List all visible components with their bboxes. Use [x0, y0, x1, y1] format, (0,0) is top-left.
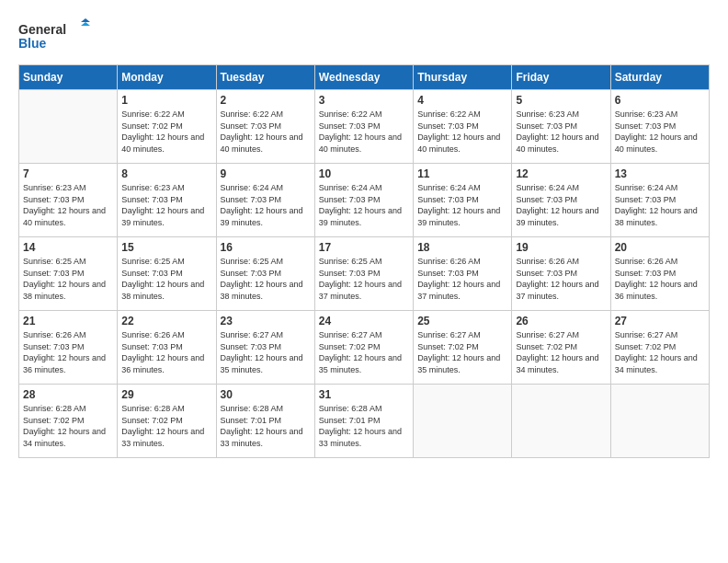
day-cell — [414, 385, 512, 458]
day-info: Sunrise: 6:26 AM Sunset: 7:03 PM Dayligh… — [516, 256, 606, 302]
day-info: Sunrise: 6:23 AM Sunset: 7:03 PM Dayligh… — [23, 182, 113, 228]
day-cell — [610, 385, 709, 458]
svg-text:Blue: Blue — [18, 36, 47, 51]
svg-text:General: General — [18, 22, 66, 37]
day-cell: 1 Sunrise: 6:22 AM Sunset: 7:02 PM Dayli… — [118, 90, 216, 164]
week-row-5: 28 Sunrise: 6:28 AM Sunset: 7:02 PM Dayl… — [19, 385, 710, 458]
day-number: 14 — [23, 241, 113, 254]
day-cell: 25 Sunrise: 6:27 AM Sunset: 7:02 PM Dayl… — [414, 311, 512, 385]
day-cell: 10 Sunrise: 6:24 AM Sunset: 7:03 PM Dayl… — [314, 164, 413, 237]
day-cell: 9 Sunrise: 6:24 AM Sunset: 7:03 PM Dayli… — [216, 164, 314, 237]
day-number: 11 — [417, 167, 507, 180]
day-number: 13 — [615, 167, 705, 180]
page-header: General Blue — [18, 18, 710, 55]
day-cell: 30 Sunrise: 6:28 AM Sunset: 7:01 PM Dayl… — [216, 385, 314, 458]
day-number: 15 — [121, 241, 211, 254]
day-info: Sunrise: 6:22 AM Sunset: 7:03 PM Dayligh… — [221, 109, 311, 155]
day-cell: 13 Sunrise: 6:24 AM Sunset: 7:03 PM Dayl… — [610, 164, 709, 237]
col-header-monday: Monday — [118, 65, 216, 90]
day-info: Sunrise: 6:23 AM Sunset: 7:03 PM Dayligh… — [615, 109, 705, 155]
day-info: Sunrise: 6:28 AM Sunset: 7:01 PM Dayligh… — [319, 403, 409, 449]
day-number: 9 — [221, 167, 311, 180]
day-info: Sunrise: 6:24 AM Sunset: 7:03 PM Dayligh… — [417, 182, 507, 228]
day-info: Sunrise: 6:23 AM Sunset: 7:03 PM Dayligh… — [121, 182, 211, 228]
day-cell: 2 Sunrise: 6:22 AM Sunset: 7:03 PM Dayli… — [216, 90, 314, 164]
day-info: Sunrise: 6:22 AM Sunset: 7:03 PM Dayligh… — [417, 109, 507, 155]
calendar-header-row: SundayMondayTuesdayWednesdayThursdayFrid… — [19, 65, 710, 90]
day-cell: 7 Sunrise: 6:23 AM Sunset: 7:03 PM Dayli… — [19, 164, 118, 237]
col-header-thursday: Thursday — [414, 65, 512, 90]
col-header-tuesday: Tuesday — [216, 65, 314, 90]
col-header-sunday: Sunday — [19, 65, 118, 90]
week-row-1: 1 Sunrise: 6:22 AM Sunset: 7:02 PM Dayli… — [19, 90, 710, 164]
day-cell: 5 Sunrise: 6:23 AM Sunset: 7:03 PM Dayli… — [512, 90, 610, 164]
day-info: Sunrise: 6:27 AM Sunset: 7:02 PM Dayligh… — [417, 329, 507, 375]
day-cell: 27 Sunrise: 6:27 AM Sunset: 7:02 PM Dayl… — [610, 311, 709, 385]
day-cell — [512, 385, 610, 458]
svg-marker-2 — [81, 18, 90, 22]
day-number: 18 — [417, 241, 507, 254]
day-cell: 3 Sunrise: 6:22 AM Sunset: 7:03 PM Dayli… — [314, 90, 413, 164]
logo: General Blue — [18, 18, 92, 55]
day-info: Sunrise: 6:26 AM Sunset: 7:03 PM Dayligh… — [121, 329, 211, 375]
logo-svg: General Blue — [18, 18, 92, 55]
day-info: Sunrise: 6:24 AM Sunset: 7:03 PM Dayligh… — [615, 182, 705, 228]
col-header-saturday: Saturday — [610, 65, 709, 90]
day-number: 5 — [516, 94, 606, 107]
day-info: Sunrise: 6:26 AM Sunset: 7:03 PM Dayligh… — [615, 256, 705, 302]
day-cell: 15 Sunrise: 6:25 AM Sunset: 7:03 PM Dayl… — [118, 237, 216, 311]
day-cell: 24 Sunrise: 6:27 AM Sunset: 7:02 PM Dayl… — [314, 311, 413, 385]
day-info: Sunrise: 6:27 AM Sunset: 7:02 PM Dayligh… — [615, 329, 705, 375]
col-header-friday: Friday — [512, 65, 610, 90]
day-number: 26 — [516, 315, 606, 327]
week-row-3: 14 Sunrise: 6:25 AM Sunset: 7:03 PM Dayl… — [19, 237, 710, 311]
day-number: 27 — [615, 315, 705, 327]
day-cell: 17 Sunrise: 6:25 AM Sunset: 7:03 PM Dayl… — [314, 237, 413, 311]
day-cell: 26 Sunrise: 6:27 AM Sunset: 7:02 PM Dayl… — [512, 311, 610, 385]
day-cell: 8 Sunrise: 6:23 AM Sunset: 7:03 PM Dayli… — [118, 164, 216, 237]
day-info: Sunrise: 6:25 AM Sunset: 7:03 PM Dayligh… — [319, 256, 409, 302]
day-cell: 14 Sunrise: 6:25 AM Sunset: 7:03 PM Dayl… — [19, 237, 118, 311]
day-number: 28 — [23, 388, 113, 401]
day-number: 12 — [516, 167, 606, 180]
day-cell: 6 Sunrise: 6:23 AM Sunset: 7:03 PM Dayli… — [610, 90, 709, 164]
day-info: Sunrise: 6:27 AM Sunset: 7:03 PM Dayligh… — [221, 329, 311, 375]
day-cell: 29 Sunrise: 6:28 AM Sunset: 7:02 PM Dayl… — [118, 385, 216, 458]
day-info: Sunrise: 6:28 AM Sunset: 7:02 PM Dayligh… — [121, 403, 211, 449]
day-number: 8 — [121, 167, 211, 180]
day-number: 16 — [221, 241, 311, 254]
day-info: Sunrise: 6:24 AM Sunset: 7:03 PM Dayligh… — [319, 182, 409, 228]
day-info: Sunrise: 6:26 AM Sunset: 7:03 PM Dayligh… — [23, 329, 113, 375]
day-number: 6 — [615, 94, 705, 107]
day-number: 20 — [615, 241, 705, 254]
day-cell: 23 Sunrise: 6:27 AM Sunset: 7:03 PM Dayl… — [216, 311, 314, 385]
day-number: 7 — [23, 167, 113, 180]
day-number: 23 — [221, 315, 311, 327]
day-number: 22 — [121, 315, 211, 327]
day-cell: 11 Sunrise: 6:24 AM Sunset: 7:03 PM Dayl… — [414, 164, 512, 237]
day-cell: 4 Sunrise: 6:22 AM Sunset: 7:03 PM Dayli… — [414, 90, 512, 164]
day-cell: 18 Sunrise: 6:26 AM Sunset: 7:03 PM Dayl… — [414, 237, 512, 311]
day-info: Sunrise: 6:23 AM Sunset: 7:03 PM Dayligh… — [516, 109, 606, 155]
day-cell: 20 Sunrise: 6:26 AM Sunset: 7:03 PM Dayl… — [610, 237, 709, 311]
day-number: 24 — [319, 315, 409, 327]
day-info: Sunrise: 6:24 AM Sunset: 7:03 PM Dayligh… — [516, 182, 606, 228]
day-info: Sunrise: 6:25 AM Sunset: 7:03 PM Dayligh… — [221, 256, 311, 302]
day-cell: 19 Sunrise: 6:26 AM Sunset: 7:03 PM Dayl… — [512, 237, 610, 311]
day-number: 31 — [319, 388, 409, 401]
day-info: Sunrise: 6:27 AM Sunset: 7:02 PM Dayligh… — [516, 329, 606, 375]
day-number: 10 — [319, 167, 409, 180]
day-info: Sunrise: 6:25 AM Sunset: 7:03 PM Dayligh… — [23, 256, 113, 302]
day-number: 29 — [121, 388, 211, 401]
day-info: Sunrise: 6:22 AM Sunset: 7:02 PM Dayligh… — [121, 109, 211, 155]
day-info: Sunrise: 6:24 AM Sunset: 7:03 PM Dayligh… — [221, 182, 311, 228]
day-cell: 12 Sunrise: 6:24 AM Sunset: 7:03 PM Dayl… — [512, 164, 610, 237]
svg-marker-3 — [81, 22, 90, 26]
day-cell: 31 Sunrise: 6:28 AM Sunset: 7:01 PM Dayl… — [314, 385, 413, 458]
day-cell: 21 Sunrise: 6:26 AM Sunset: 7:03 PM Dayl… — [19, 311, 118, 385]
day-cell: 16 Sunrise: 6:25 AM Sunset: 7:03 PM Dayl… — [216, 237, 314, 311]
day-number: 25 — [417, 315, 507, 327]
day-cell: 22 Sunrise: 6:26 AM Sunset: 7:03 PM Dayl… — [118, 311, 216, 385]
day-cell: 28 Sunrise: 6:28 AM Sunset: 7:02 PM Dayl… — [19, 385, 118, 458]
day-info: Sunrise: 6:25 AM Sunset: 7:03 PM Dayligh… — [121, 256, 211, 302]
